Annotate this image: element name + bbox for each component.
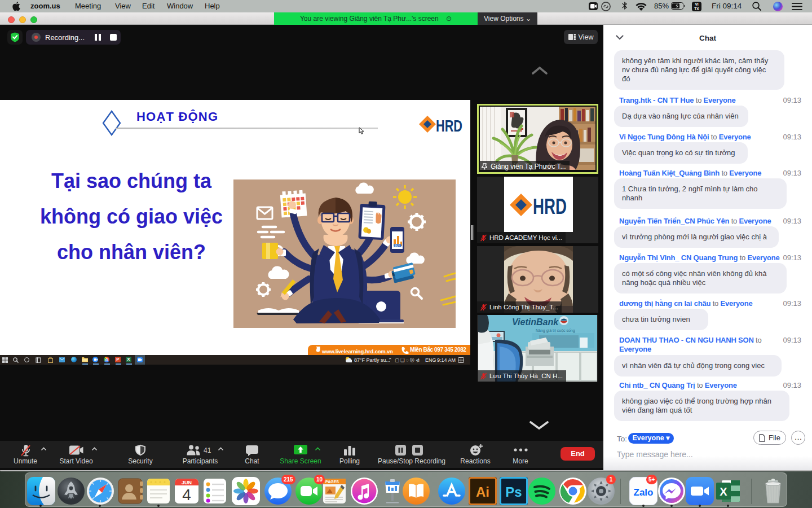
svg-text:PAGES: PAGES [325,480,339,484]
svg-text:HRD: HRD [436,116,462,135]
svg-text:Zalo: Zalo [634,487,654,498]
svg-text:JUN: JUN [182,480,192,485]
svg-text:Nâng giá trị cuộc sống: Nâng giá trị cuộc sống [536,328,575,333]
svg-text:Ai: Ai [476,484,489,500]
svg-text:4: 4 [182,486,191,503]
svg-text:BUY: BUY [395,244,400,247]
svg-text:Ps: Ps [505,484,522,500]
svg-text:VietinBank: VietinBank [512,317,559,327]
svg-text:X: X [720,485,727,498]
svg-text:HRD: HRD [533,195,567,216]
